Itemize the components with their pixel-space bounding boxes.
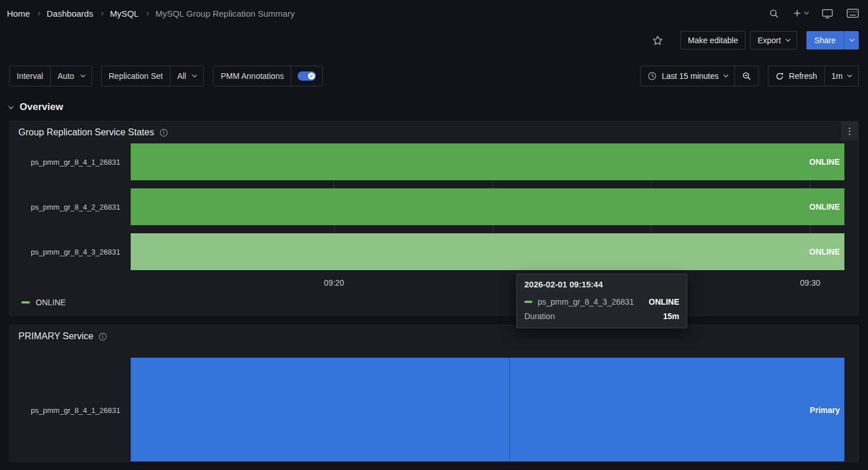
timeline-row: ps_pmm_gr_8_4_1_26831 ONLINE: [10, 143, 844, 180]
legend-item-online[interactable]: ONLINE: [10, 292, 858, 315]
panel-group-replication-service-states: Group Replication Service States ⋮ ps_pm…: [9, 121, 859, 316]
export-label: Export: [757, 36, 781, 45]
zoom-out-button[interactable]: [734, 66, 758, 86]
timeline-row: ps_pmm_gr_8_4_1_26831 Primary: [10, 358, 844, 462]
chevron-right-icon: [100, 11, 104, 15]
section-overview[interactable]: Overview: [9, 101, 859, 113]
chevron-down-icon: [723, 73, 728, 77]
top-navbar: Home Dashboards MySQL MySQL Group Replic…: [0, 0, 868, 26]
series-label: ps_pmm_gr_8_4_1_26831: [10, 158, 131, 166]
gridline: [509, 358, 510, 462]
x-tick: 09:20: [324, 278, 344, 287]
state-value: Primary: [810, 405, 840, 415]
tooltip-duration-label: Duration: [524, 312, 555, 321]
chevron-right-icon: [36, 11, 40, 15]
tooltip-series-swatch: [524, 301, 532, 303]
panel-title[interactable]: Group Replication Service States: [18, 127, 154, 138]
star-icon[interactable]: [652, 35, 663, 46]
interval-control: Interval Auto: [9, 66, 92, 86]
export-button[interactable]: Export: [750, 31, 797, 50]
breadcrumb: Home Dashboards MySQL MySQL Group Replic…: [7, 9, 295, 18]
breadcrumb-home[interactable]: Home: [7, 9, 30, 18]
chevron-down-icon: [847, 73, 852, 77]
panel-header: PRIMARY Service: [10, 325, 858, 347]
interval-select[interactable]: Auto: [50, 66, 92, 86]
state-bar-online[interactable]: ONLINE: [131, 143, 844, 180]
tooltip-series-name: ps_pmm_gr_8_4_3_26831: [538, 297, 634, 306]
share-button-group: Share: [806, 31, 859, 50]
series-label: ps_pmm_gr_8_4_3_26831: [10, 248, 131, 256]
refresh-button[interactable]: Refresh: [768, 66, 824, 86]
panel-primary-service: PRIMARY Service ps_pmm_gr_8_4_1_26831 Pr…: [9, 325, 859, 462]
replication-set-select[interactable]: All: [170, 66, 204, 86]
navbar-icons: [769, 9, 859, 18]
state-bar-online-hovered[interactable]: ONLINE: [131, 233, 844, 270]
clock-icon: [648, 71, 657, 81]
replication-set-value: All: [177, 71, 186, 81]
interval-value: Auto: [58, 71, 74, 81]
panel-title[interactable]: PRIMARY Service: [18, 331, 93, 342]
section-title: Overview: [20, 101, 63, 113]
time-range-picker[interactable]: Last 15 minutes: [641, 66, 734, 86]
refresh-group: Refresh 1m: [768, 66, 859, 86]
pmm-annotations-label: PMM Annotations: [214, 66, 291, 86]
tooltip-series-row: ps_pmm_gr_8_4_3_26831 ONLINE: [524, 297, 679, 306]
dashboard-actions-row: Make editable Export Share: [0, 26, 868, 54]
zoom-out-icon: [742, 71, 751, 81]
refresh-icon: [775, 72, 784, 81]
legend-swatch: [21, 301, 30, 304]
time-picker-group: Last 15 minutes: [640, 66, 759, 86]
refresh-interval-select[interactable]: 1m: [824, 66, 858, 86]
x-axis: 09:20 09:30: [131, 278, 844, 292]
chevron-down-icon: [192, 73, 197, 77]
toggle-knob-check-icon: ✓: [308, 73, 315, 79]
variable-controls: Interval Auto Replication Set All PMM An…: [9, 66, 323, 86]
tooltip-duration-value: 15m: [663, 312, 679, 321]
panel-menu-kebab-icon[interactable]: ⋮: [841, 122, 858, 141]
series-label: ps_pmm_gr_8_4_1_26831: [10, 406, 131, 415]
refresh-interval-value: 1m: [832, 71, 843, 81]
keyboard-icon[interactable]: [847, 9, 859, 18]
state-bar-online[interactable]: ONLINE: [131, 188, 844, 225]
breadcrumb-current-page: MySQL Group Replication Summary: [155, 9, 295, 18]
search-icon[interactable]: [769, 9, 779, 18]
x-tick: 09:30: [800, 278, 820, 287]
monitor-icon[interactable]: [822, 9, 833, 18]
chevron-down-icon: [804, 10, 809, 14]
make-editable-label: Make editable: [688, 36, 738, 45]
chevron-down-icon: [849, 37, 854, 41]
replication-set-control: Replication Set All: [101, 66, 204, 86]
tooltip-timestamp: 2026-02-01 09:15:44: [524, 280, 679, 289]
legend-label: ONLINE: [36, 298, 66, 307]
time-range-value: Last 15 minutes: [662, 71, 719, 81]
pmm-annotations-toggle[interactable]: ✓: [298, 71, 316, 81]
chevron-right-icon: [145, 11, 149, 15]
state-timeline-chart: ps_pmm_gr_8_4_1_26831 Primary: [10, 347, 858, 462]
share-options-caret-button[interactable]: [844, 31, 859, 50]
pmm-annotations-toggle-segment: ✓: [291, 66, 322, 86]
breadcrumb-dashboards[interactable]: Dashboards: [47, 9, 93, 18]
chevron-down-icon: [80, 73, 85, 77]
tooltip-state-value: ONLINE: [649, 297, 679, 306]
timeline-row: ps_pmm_gr_8_4_3_26831 ONLINE: [10, 233, 844, 270]
state-timeline-chart: ps_pmm_gr_8_4_1_26831 ONLINE ps_pmm_gr_8…: [10, 143, 858, 270]
make-editable-button[interactable]: Make editable: [680, 31, 745, 50]
state-bar-primary[interactable]: Primary: [131, 358, 844, 462]
tooltip-duration-row: Duration 15m: [524, 312, 679, 321]
panel-header: Group Replication Service States: [10, 122, 858, 143]
pmm-annotations-control: PMM Annotations ✓: [213, 66, 323, 86]
add-new-icon[interactable]: [793, 9, 808, 18]
info-icon[interactable]: [98, 332, 107, 341]
breadcrumb-mysql[interactable]: MySQL: [110, 9, 139, 18]
chart-tooltip: 2026-02-01 09:15:44 ps_pmm_gr_8_4_3_2683…: [516, 274, 687, 328]
chevron-down-icon: [785, 37, 790, 41]
info-icon[interactable]: [159, 128, 168, 137]
replication-set-label: Replication Set: [102, 66, 170, 86]
timeline-row: ps_pmm_gr_8_4_2_26831 ONLINE: [10, 188, 844, 225]
share-button[interactable]: Share: [806, 31, 844, 50]
interval-label: Interval: [10, 66, 50, 86]
dashboard-controls-row: Interval Auto Replication Set All PMM An…: [9, 66, 859, 86]
time-controls: Last 15 minutes Refresh 1m: [640, 66, 859, 86]
chevron-down-icon: [9, 104, 13, 109]
series-label: ps_pmm_gr_8_4_2_26831: [10, 203, 131, 211]
